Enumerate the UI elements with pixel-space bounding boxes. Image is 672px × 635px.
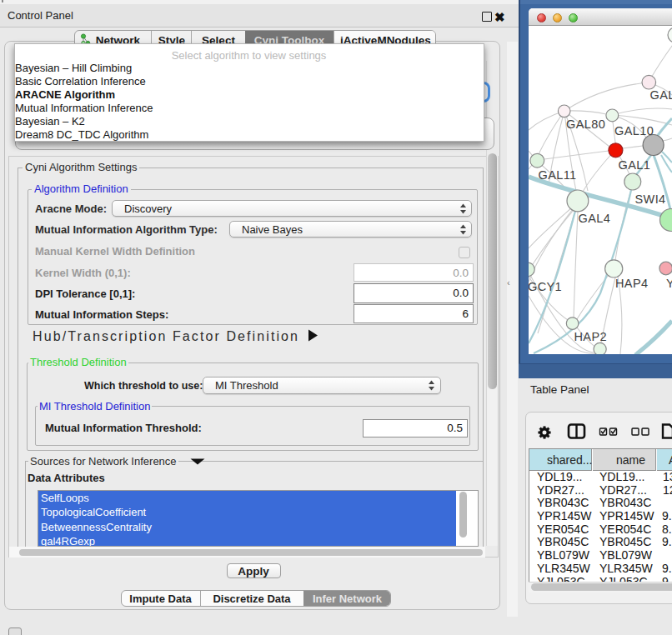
svg-text:HAP4: HAP4 <box>615 277 648 290</box>
svg-text:GAL10: GAL10 <box>614 124 654 138</box>
svg-text:GAL80: GAL80 <box>566 118 605 131</box>
svg-text:GAL4: GAL4 <box>579 212 611 225</box>
svg-text:GAL: GAL <box>650 88 672 102</box>
svg-text:HAP2: HAP2 <box>574 330 607 343</box>
svg-text:Y: Y <box>666 277 672 290</box>
svg-text:GAL11: GAL11 <box>539 168 577 182</box>
svg-text:GAL1: GAL1 <box>619 158 651 172</box>
svg-text:SWI4: SWI4 <box>635 192 666 206</box>
svg-text:GCY1: GCY1 <box>529 280 562 293</box>
